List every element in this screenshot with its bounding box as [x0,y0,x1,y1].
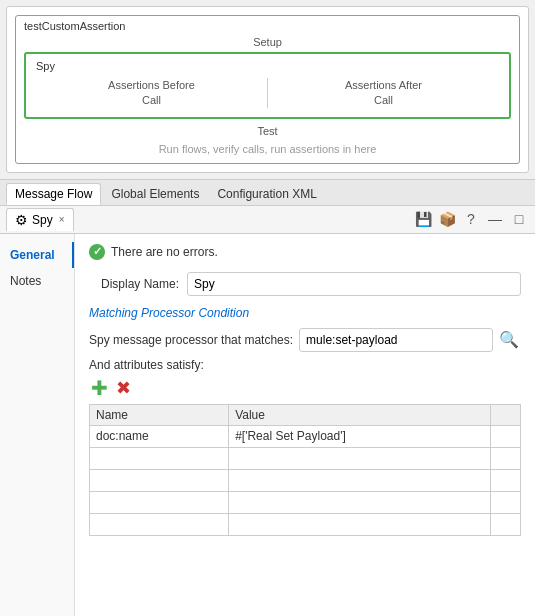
table-cell-name[interactable] [90,469,229,491]
spy-label: Spy message processor that matches: [89,333,293,347]
sidebar: General Notes [0,234,75,616]
attributes-label: And attributes satisfy: [89,358,521,372]
display-name-label: Display Name: [89,277,179,291]
inner-box-title: Spy [36,60,499,72]
table-row [90,469,521,491]
add-row-button[interactable]: ✚ [89,378,109,398]
table-cell-value[interactable] [229,513,491,535]
tab-bar: Message Flow Global Elements Configurati… [0,179,535,206]
table-row [90,513,521,535]
status-icon: ✓ [89,244,105,260]
table-cell-extra [491,447,521,469]
content-area: ✓ There are no errors. Display Name: Mat… [75,234,535,616]
panel-title: Spy [32,213,53,227]
panel-area: ⚙ Spy × 💾 📦 ? — □ [0,206,535,234]
search-icon-button[interactable]: 🔍 [497,328,521,352]
table-cell-value[interactable]: #['Real Set Payload'] [229,425,491,447]
status-text: There are no errors. [111,245,218,259]
table-cell-extra [491,469,521,491]
table-cell-value[interactable] [229,469,491,491]
hint-text: Run flows, verify calls, run assertions … [24,143,511,155]
tab-global-elements[interactable]: Global Elements [103,184,207,204]
outer-box: testCustomAssertion Setup Spy Assertions… [15,15,520,164]
maximize-action-button[interactable]: □ [509,209,529,229]
table-cell-extra [491,513,521,535]
spy-row: Spy message processor that matches: 🔍 [89,328,521,352]
panel-actions: 💾 📦 ? — □ [413,209,529,229]
spy-icon: ⚙ [15,212,28,228]
status-bar: ✓ There are no errors. [89,244,521,260]
table-cell-name[interactable]: doc:name [90,425,229,447]
display-name-row: Display Name: [89,272,521,296]
assertions-row: Assertions BeforeCall Assertions AfterCa… [36,78,499,109]
table-cell-name[interactable] [90,447,229,469]
table-row [90,447,521,469]
sidebar-item-general[interactable]: General [0,242,74,268]
setup-label: Setup [24,36,511,48]
display-name-input[interactable] [187,272,521,296]
table-row [90,491,521,513]
assertions-before: Assertions BeforeCall [36,78,267,109]
sidebar-item-notes[interactable]: Notes [0,268,74,294]
minimize-action-button[interactable]: — [485,209,505,229]
table-cell-name[interactable] [90,513,229,535]
diagram-area: testCustomAssertion Setup Spy Assertions… [6,6,529,173]
inner-green-box: Spy Assertions BeforeCall Assertions Aft… [24,52,511,119]
panel-tab[interactable]: ⚙ Spy × [6,208,74,231]
tab-configuration-xml[interactable]: Configuration XML [209,184,324,204]
col-name-header: Name [90,404,229,425]
spy-input[interactable] [299,328,493,352]
outer-box-title: testCustomAssertion [24,20,511,32]
section-title: Matching Processor Condition [89,306,521,320]
assertions-after: Assertions AfterCall [268,78,499,109]
attributes-table: Name Value doc:name #['Real Set Payload'… [89,404,521,536]
delete-row-button[interactable]: ✖ [113,378,133,398]
table-cell-extra [491,491,521,513]
table-cell-extra [491,425,521,447]
col-extra-header [491,404,521,425]
help-action-button[interactable]: ? [461,209,481,229]
col-value-header: Value [229,404,491,425]
main-content: General Notes ✓ There are no errors. Dis… [0,234,535,616]
save-action-button[interactable]: 💾 [413,209,433,229]
table-cell-value[interactable] [229,447,491,469]
table-cell-value[interactable] [229,491,491,513]
spy-input-container: 🔍 [299,328,521,352]
table-cell-name[interactable] [90,491,229,513]
test-label: Test [24,125,511,137]
deploy-action-button[interactable]: 📦 [437,209,457,229]
tab-message-flow[interactable]: Message Flow [6,183,101,205]
table-row: doc:name #['Real Set Payload'] [90,425,521,447]
action-btns: ✚ ✖ [89,378,521,398]
close-panel-button[interactable]: × [59,214,65,225]
